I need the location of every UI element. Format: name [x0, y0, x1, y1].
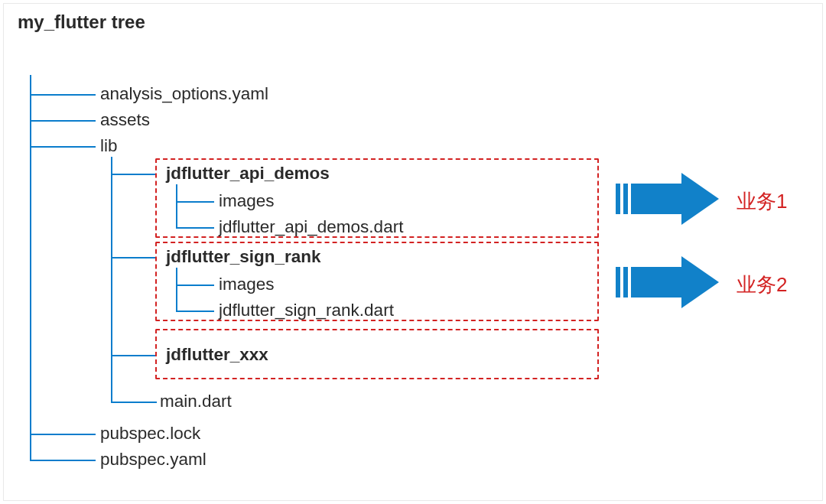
tree-line — [30, 94, 96, 96]
tree-file: main.dart — [160, 393, 232, 411]
tree-file: pubspec.yaml — [100, 451, 206, 469]
arrow-icon — [616, 256, 719, 308]
module-box-3 — [155, 329, 599, 379]
tree-file: analysis_options.yaml — [100, 86, 268, 103]
tree-line — [30, 434, 96, 435]
arrow-icon — [616, 173, 719, 225]
svg-marker-7 — [681, 256, 719, 308]
tree-file: pubspec.lock — [100, 425, 200, 443]
tree-line — [111, 402, 157, 403]
svg-rect-4 — [616, 267, 620, 298]
module-box-2 — [155, 242, 599, 321]
tree-line — [30, 75, 31, 460]
tree-line — [30, 120, 96, 122]
callout-label-2: 业务2 — [737, 272, 787, 298]
tree-line — [111, 257, 157, 259]
svg-rect-0 — [616, 184, 620, 214]
tree-line — [111, 355, 157, 356]
tree-line — [30, 146, 96, 148]
tree-line — [30, 460, 96, 461]
svg-marker-3 — [681, 173, 719, 225]
tree-line — [111, 157, 112, 402]
svg-rect-5 — [623, 267, 628, 298]
svg-rect-2 — [631, 184, 681, 214]
svg-rect-6 — [631, 267, 681, 298]
tree-line — [111, 174, 157, 175]
tree-folder: assets — [100, 112, 150, 129]
callout-label-1: 业务1 — [737, 188, 787, 215]
tree-folder-lib: lib — [100, 138, 118, 155]
diagram-title: my_flutter tree — [18, 11, 145, 33]
svg-rect-1 — [623, 184, 628, 214]
module-box-1 — [155, 158, 599, 238]
diagram-frame: my_flutter tree analysis_options.yaml as… — [3, 3, 823, 501]
